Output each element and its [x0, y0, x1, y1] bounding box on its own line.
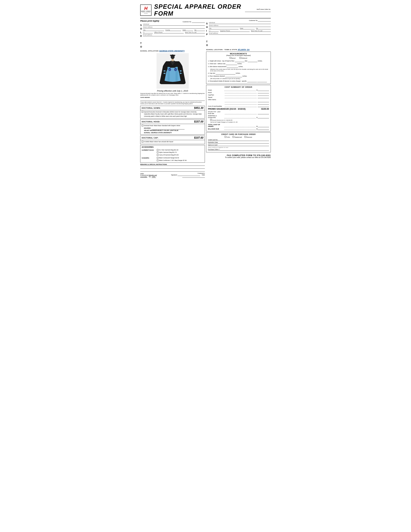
po-field[interactable]: Purchase Order #: [208, 149, 269, 151]
doctoral-gown-checkbox[interactable]: [142, 111, 143, 113]
footer-sales-row: Sales Professional Meissler and Associat…: [140, 172, 205, 178]
sales-tax-input[interactable]: [258, 112, 269, 114]
sold-individual-field[interactable]: Individual: [143, 23, 205, 26]
name-on-card-field[interactable]: Name on Card: [208, 144, 269, 146]
ship-daytime-phone-field[interactable]: Daytime Phone: [220, 30, 250, 32]
doctoral-hood-checkbox[interactable]: [142, 125, 143, 126]
degree-input[interactable]: [152, 127, 185, 130]
cost-gown-input[interactable]: [258, 89, 269, 91]
female-checkbox[interactable]: [240, 57, 241, 59]
hood-school-label: SCHOOL:: [144, 132, 151, 133]
garment-bag-2-checkbox[interactable]: [157, 152, 159, 153]
logo-tagline: A Varsity Achievement Company: [140, 12, 151, 14]
meas-1-feet-input[interactable]: [235, 60, 244, 62]
total-row: TOTAL COST OF ORDER $: [208, 124, 269, 127]
hanger-1: Black Contoured Hanger $2.55: [157, 157, 203, 159]
measurements-title: MEASUREMENTS: [208, 53, 269, 55]
sold-office-phone-field[interactable]: Office Phone: [154, 32, 184, 33]
date-input[interactable]: [182, 176, 205, 178]
promo-row: PROMO GSUEDD100 (3/1/15 - 3/15/15) -$100…: [208, 108, 269, 110]
sold-city-field[interactable]: City: [143, 29, 164, 31]
discover-checkbox[interactable]: [244, 136, 246, 138]
doctoral-hood-title: DOCTORAL HOOD:: [142, 121, 160, 123]
sold-state-field[interactable]: State: [182, 29, 193, 31]
meas-4-input[interactable]: [216, 72, 235, 75]
cost-other-input[interactable]: [258, 100, 269, 102]
total-input[interactable]: [258, 125, 269, 127]
ship-phone-area[interactable]: ( ): [209, 30, 219, 32]
sold-phone-area[interactable]: ( ): [143, 32, 153, 33]
discover-label: Discover: [247, 136, 252, 138]
cost-cap-input[interactable]: [258, 94, 269, 96]
cost-tassel-dots: [225, 96, 257, 98]
mastercard-checkbox[interactable]: [233, 136, 234, 138]
cost-cap-dots: [225, 94, 257, 96]
balance-dots: [224, 128, 256, 130]
garment-bag-3-checkbox[interactable]: [157, 154, 159, 156]
sold-zip-field[interactable]: Zip: [194, 29, 205, 31]
ship-email-field[interactable]: Email address: [209, 32, 271, 35]
professional-label: Professional: [140, 174, 148, 176]
male-checkbox[interactable]: [230, 57, 231, 59]
ship-city-field[interactable]: City: [209, 28, 239, 29]
visa-checkbox[interactable]: [225, 136, 226, 138]
exp-date-label: Expiration Date: [208, 142, 218, 143]
exp-date-field[interactable]: Expiration Date: [208, 142, 269, 143]
hj-order-input[interactable]: [245, 10, 271, 12]
cost-merch-input[interactable]: [258, 105, 269, 107]
doctoral-cap-checkbox[interactable]: [142, 141, 143, 142]
measurement-5: 5. Floor clearance desired Inches.: [208, 75, 269, 77]
cost-tassel-input[interactable]: [258, 96, 269, 98]
doctoral-gown-description: Special Executive Doctoral In Education …: [144, 111, 203, 117]
ship-individual-field[interactable]: Individual: [209, 22, 271, 24]
other-items-desc[interactable]: [208, 100, 222, 102]
signature-input[interactable]: [177, 174, 200, 176]
balance-input[interactable]: [258, 128, 269, 130]
meas-2-input[interactable]: [226, 63, 237, 65]
meas-5-input[interactable]: [225, 75, 242, 77]
sold-best-time-field[interactable]: Best Time To Call: [185, 32, 205, 33]
cost-merchandise-row: Cost of merchandise: [208, 105, 269, 107]
discover-checkbox-item: Discover: [244, 136, 252, 138]
cost-extra-input[interactable]: [258, 103, 269, 105]
meas-1-inches-input[interactable]: [248, 60, 257, 62]
doctoral-hood-body: Doctoral Hood -Black Base Standard with …: [140, 124, 205, 134]
ground-service-checkbox[interactable]: [210, 119, 212, 121]
cost-hood-input[interactable]: [258, 91, 269, 93]
doctoral-gown-title: DOCTORAL GOWN:: [142, 107, 161, 109]
remarks-line-1[interactable]: [140, 166, 205, 169]
meas-2-text: Chest size - without coat: [210, 63, 226, 65]
customer-no-area: Customer No.: [183, 21, 205, 23]
date-needed-field[interactable]: [140, 98, 205, 101]
ship-street-field[interactable]: Street Address: [209, 25, 271, 27]
meas-3-input[interactable]: [227, 66, 238, 68]
meas-6-input2[interactable]: [257, 80, 267, 82]
ship-zip-label: Zip: [256, 28, 258, 29]
hanger-1-label: Black Contoured Hanger $2.55: [159, 157, 179, 159]
customer-no-input[interactable]: [192, 21, 205, 23]
meas-3-num: 3.: [208, 66, 209, 67]
doctoral-hood-header: DOCTORAL HOOD: $157.00: [140, 120, 205, 124]
hanger-1-checkbox[interactable]: [157, 157, 159, 159]
hanger-2-checkbox[interactable]: [157, 160, 159, 161]
ship-zip-field[interactable]: Zip: [256, 28, 271, 29]
sold-street-field[interactable]: Street Address: [143, 26, 205, 28]
sold-email-field[interactable]: Email address: [143, 34, 205, 36]
sold-state-label: State: [182, 29, 186, 31]
doctoral-cap-body: 8 SIDED Black Velvet Tam w/Gold Silk Tas…: [140, 140, 205, 144]
po-label: Purchase Order #: [208, 149, 219, 150]
pricing-effective-text: Pricing effective until July 1, 2015: [140, 90, 205, 92]
remarks-line-2[interactable]: [140, 169, 205, 171]
signature-area: Customer's Signature Date: [164, 172, 205, 178]
ship-state-field[interactable]: State: [240, 28, 255, 29]
ship-customer-no-input[interactable]: [258, 20, 271, 21]
no-label: No.: [149, 176, 151, 178]
garment-bag-1-checkbox[interactable]: [157, 149, 159, 151]
shipping-input[interactable]: [258, 116, 269, 118]
school-affiliation-row: SCHOOL AFFILIATION GEORGIA STATE UNIVERS…: [140, 50, 205, 52]
sold-county-field[interactable]: County: [165, 29, 181, 31]
card-no-field[interactable]: Credit Card No.: [208, 139, 269, 141]
meas-6-input[interactable]: [247, 80, 257, 82]
ship-best-time-field[interactable]: Best Time To Call: [251, 30, 271, 32]
sold-to-block: S O L D T O Individual Street Address Ci…: [140, 23, 205, 49]
